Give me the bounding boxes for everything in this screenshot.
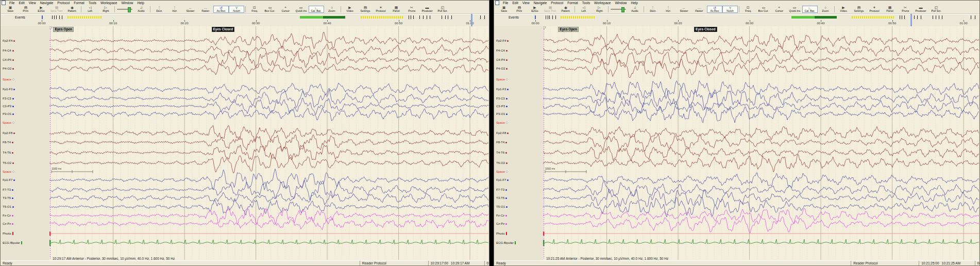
as-rec-button[interactable]: ↺As Rec — [213, 6, 229, 13]
menu-protocol[interactable]: Protocol — [549, 1, 565, 5]
page-cursor-handle[interactable] — [49, 27, 53, 29]
channel-label-ecg-bipolar[interactable]: ECG-Bipolar — [3, 241, 22, 244]
channel-label-fp2-f8[interactable]: Fp2-F8 — [3, 131, 15, 135]
channel-label-fp1-f3[interactable]: Fp1-F3 — [3, 88, 15, 91]
channel-label-f4-c4[interactable]: F4-C4 — [496, 49, 508, 52]
prune-button[interactable]: ✂Prune — [404, 5, 419, 13]
trace-area[interactable]: 1000 ms 10:29:17 AM Anterior - Posterior… — [49, 26, 488, 261]
channel-label-space[interactable]: Space — [3, 170, 14, 173]
annotation-open[interactable]: Eyes Open — [558, 27, 579, 32]
settings-button[interactable]: ▤Settings — [358, 5, 373, 13]
protocol-button[interactable]: ✶Protocol — [867, 5, 882, 13]
channel-label-f7-t3[interactable]: F7-T3 — [496, 188, 507, 191]
channel-label-t4-t6[interactable]: T4-T6 — [3, 151, 13, 154]
channel-label-space[interactable]: Space — [496, 170, 508, 173]
quick-ins-button[interactable]: ▭Quick-ins — [787, 5, 802, 13]
increase-button[interactable]: ⋮Incr. — [167, 5, 182, 13]
channel-label-cz-pz[interactable]: Cz-Pz — [3, 222, 13, 225]
faster-button[interactable]: …Faster — [691, 5, 707, 13]
channel-label-space[interactable]: Space — [3, 78, 14, 81]
channel-label-f4-c4[interactable]: F4-C4 — [3, 49, 14, 52]
channel-label-fp1-f3[interactable]: Fp1-F3 — [496, 88, 509, 91]
channel-label-c4-p4[interactable]: C4-P4 — [3, 58, 14, 61]
timeline-cursor[interactable] — [910, 14, 912, 26]
channel-label-t6-o2[interactable]: T6-O2 — [496, 161, 508, 164]
video-button[interactable]: ▶Video — [836, 5, 851, 13]
timeline-ruler[interactable]: 00:0000:1000:2000:3000:4000:5001:00 — [494, 20, 979, 26]
right-button[interactable]: ▷Right — [592, 5, 607, 13]
prune-button[interactable]: ✂Prune — [898, 5, 913, 13]
menu-window[interactable]: Window — [613, 1, 629, 5]
channel-label-f7-t3[interactable]: F7-T3 — [3, 188, 13, 191]
annotation-closed[interactable]: Eyes Closed — [212, 27, 235, 32]
channel-label-space[interactable]: Space — [3, 121, 14, 124]
channel-label-space[interactable]: Space — [496, 121, 508, 124]
channel-label-f3-c3[interactable]: F3-C3 — [496, 97, 508, 100]
video-button[interactable]: ▶Video — [342, 5, 358, 13]
channel-label-t4-t6[interactable]: T4-T6 — [496, 151, 507, 154]
menu-navigate[interactable]: Navigate — [532, 1, 549, 5]
pull-screen-button[interactable]: ◱Pull Scr. — [435, 5, 450, 13]
e2go-button[interactable]: ▶E2Go — [527, 5, 543, 13]
menu-help[interactable]: Help — [629, 1, 640, 5]
slider-thumb[interactable] — [621, 7, 624, 12]
notch-button[interactable]: YNotch — [229, 6, 244, 13]
patient-button[interactable]: ◉Patient — [558, 5, 573, 13]
decrease-button[interactable]: ⋮Decr. — [151, 5, 167, 13]
left-button[interactable]: ◁Left — [82, 5, 98, 13]
channel-label-fp1-f7[interactable]: Fp1-F7 — [3, 178, 15, 181]
menu-format[interactable]: Format — [565, 1, 580, 5]
trace-area[interactable]: 1000 ms 10:21:25 AM Anterior - Posterior… — [543, 26, 979, 261]
channel-label-photic[interactable]: Photic — [3, 232, 13, 235]
channel-label-space[interactable]: Space — [496, 78, 508, 81]
channel-label-c3-p3[interactable]: C3-P3 — [3, 105, 14, 108]
zoom-button[interactable]: ○Zoom — [324, 5, 340, 13]
menu-help[interactable]: Help — [136, 1, 146, 5]
channel-label-fz-cz[interactable]: Fz-Cz — [3, 214, 13, 217]
channel-label-f8-t4[interactable]: F8-T4 — [496, 141, 507, 144]
events-track[interactable] — [1, 14, 489, 20]
slider-thumb[interactable] — [128, 7, 131, 12]
patient-button[interactable]: ◉Patient — [64, 5, 80, 13]
page-cursor-handle[interactable] — [543, 27, 546, 29]
as-rec-button[interactable]: ↺As Rec — [707, 6, 722, 13]
menu-tools[interactable]: Tools — [580, 1, 592, 5]
channel-label-c3-p3[interactable]: C3-P3 — [496, 105, 508, 108]
cal-bar-button[interactable]: ∟Cal. Bar. — [309, 6, 324, 13]
channel-label-fp2-f8[interactable]: Fp2-F8 — [496, 131, 509, 135]
producer-button[interactable]: ▬Producer — [419, 5, 435, 13]
decrease-button[interactable]: ⋮Decr. — [645, 5, 661, 13]
channel-label-t3-t5[interactable]: T3-T5 — [496, 196, 507, 200]
menu-tools[interactable]: Tools — [87, 1, 98, 5]
menu-edit[interactable]: Edit — [510, 1, 520, 5]
producer-button[interactable]: ▬Producer — [913, 5, 928, 13]
channel-label-p4-o2[interactable]: P4-O2 — [3, 67, 14, 70]
menu-file[interactable]: File — [7, 1, 16, 5]
menu-file[interactable]: File — [501, 1, 510, 5]
menu-format[interactable]: Format — [72, 1, 87, 5]
channel-label-t5-o1[interactable]: T5-O1 — [3, 205, 14, 208]
channel-label-fp2-f4[interactable]: Fp2-F4 — [3, 39, 15, 42]
protocol-button[interactable]: ✶Protocol — [373, 5, 388, 13]
cursor-button[interactable]: +Cursor — [278, 5, 293, 13]
freq-button[interactable]: ⊡Freq. — [247, 5, 262, 13]
channel-label-t5-o1[interactable]: T5-O1 — [496, 205, 508, 208]
print-button[interactable]: ▤Print — [18, 5, 33, 13]
timeline-cursor[interactable] — [471, 14, 472, 26]
panel-button[interactable]: ▦Panel — [882, 5, 898, 13]
audio-button[interactable]: ♫Audio — [627, 5, 643, 13]
speed-slider[interactable] — [116, 5, 133, 13]
channel-label-fp2-f4[interactable]: Fp2-F4 — [496, 39, 509, 42]
save-button[interactable]: ▣Save — [3, 5, 18, 13]
menu-workspace[interactable]: Workspace — [592, 1, 613, 5]
cal-bar-button[interactable]: ∟Cal. Bar. — [802, 6, 818, 13]
channel-label-f8-t4[interactable]: F8-T4 — [3, 141, 13, 144]
channel-label-f3-c3[interactable]: F3-C3 — [3, 97, 14, 100]
menu-window[interactable]: Window — [119, 1, 135, 5]
e2go-button[interactable]: ▶E2Go — [33, 5, 49, 13]
box-cursor-button[interactable]: ▭Box Cur. — [262, 5, 278, 13]
channel-label-fp1-f7[interactable]: Fp1-F7 — [496, 178, 509, 181]
annotation-open[interactable]: Eyes Open — [53, 27, 74, 32]
channel-label-ecg-bipolar[interactable]: ECG-Bipolar — [496, 241, 516, 244]
menu-workspace[interactable]: Workspace — [98, 1, 119, 5]
